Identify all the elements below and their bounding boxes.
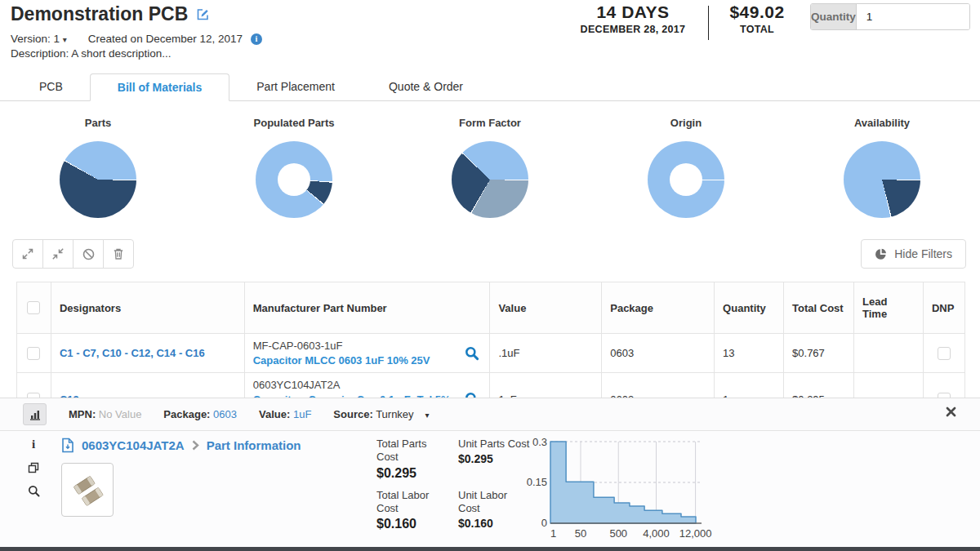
ship-date: DECEMBER 28, 2017 <box>564 24 702 35</box>
part-number-link[interactable]: 0603YC104JAT2A <box>82 438 185 452</box>
x-tick-label: 50 <box>575 527 586 540</box>
quantity-label: Quantity <box>811 4 857 29</box>
package-link[interactable]: 0603 <box>213 408 237 420</box>
pie-chart-icon <box>875 248 887 260</box>
cost-value: $0.295 <box>376 466 448 481</box>
info-icon[interactable]: i <box>251 33 262 45</box>
detail-package: Package: 0603 <box>163 408 237 420</box>
cost-label: Total Labor Cost <box>376 489 448 516</box>
col-package: Package <box>602 282 715 334</box>
donut-hole <box>670 163 702 196</box>
availability-pie-chart[interactable] <box>844 141 920 218</box>
header-divider <box>708 6 709 40</box>
mpn-text: MF-CAP-0603-1uF <box>253 339 457 353</box>
page-title: Demonstration PCB <box>11 3 188 25</box>
origin-donut-chart[interactable] <box>648 141 724 218</box>
quantity-widget: Quantity <box>810 3 970 30</box>
datasheet-file-icon[interactable] <box>61 438 74 453</box>
col-lead-time: Lead Time <box>854 282 924 334</box>
designators-link[interactable]: C1 - C7, C10 - C12, C14 - C16 <box>60 347 205 359</box>
y-tick-label: 0.3 <box>523 436 547 448</box>
quantity-cell: 13 <box>715 334 784 373</box>
chart-title-form-factor: Form Factor <box>392 117 588 129</box>
cost-value: $0.295 <box>458 452 530 465</box>
hide-filters-button[interactable]: Hide Filters <box>861 239 966 269</box>
description-text: Description: A short description... <box>11 47 262 60</box>
bottom-bar <box>0 547 980 551</box>
mpn-description-link[interactable]: Capacitor MLCC 0603 1uF 10% 25V <box>253 353 457 368</box>
value-cell: .1uF <box>490 334 602 373</box>
ban-icon <box>82 247 96 261</box>
parts-pie-chart[interactable] <box>60 141 136 218</box>
col-quantity: Quantity <box>715 282 784 334</box>
chevron-down-icon: ▾ <box>425 411 430 420</box>
total-label: TOTAL <box>716 24 798 35</box>
info-tab-icon[interactable]: i <box>32 438 35 451</box>
mpn-text: 0603YC104JAT2A <box>253 378 457 393</box>
price-break-chart: 0.3 0.15 0 1505004,00012,000 <box>523 436 723 544</box>
close-icon[interactable] <box>946 407 956 417</box>
price-break-xlabels: 1505004,00012,000 <box>550 527 702 540</box>
detail-side-icons: i <box>27 438 40 497</box>
version-dropdown[interactable]: Version: 1 ▾ <box>11 33 67 45</box>
cost-value: $0.160 <box>458 517 530 530</box>
y-tick-label: 0 <box>523 517 547 529</box>
x-tick-label: 1 <box>550 527 556 540</box>
chart-title-populated: Populated Parts <box>196 117 392 129</box>
created-date: Created on December 12, 2017 <box>88 33 243 45</box>
dnp-ban-button[interactable] <box>73 239 104 269</box>
x-tick-label: 4,000 <box>643 527 670 540</box>
y-tick-label: 0.15 <box>523 476 547 488</box>
cost-label: Unit Labor Cost <box>458 489 530 516</box>
part-information-link[interactable]: Part Information <box>207 438 301 452</box>
dnp-checkbox[interactable] <box>938 347 951 360</box>
tab-pcb[interactable]: PCB <box>12 73 90 100</box>
cost-value: $0.160 <box>376 517 448 531</box>
form-factor-pie-chart[interactable] <box>452 141 528 218</box>
cost-summary: Total Parts Cost $0.295 Unit Parts Cost … <box>376 438 530 531</box>
price-chart-toggle-button[interactable] <box>23 403 47 425</box>
bar-chart-icon <box>29 409 41 420</box>
filter-charts: Parts Populated Parts Form Factor Origin… <box>0 117 980 218</box>
edit-title-icon[interactable] <box>196 7 210 21</box>
total-cost-cell: $0.767 <box>784 334 854 373</box>
select-all-checkbox[interactable] <box>27 301 40 314</box>
lead-time-days: 14 DAYS <box>564 2 702 22</box>
bom-toolbar <box>12 239 134 269</box>
part-thumbnail[interactable] <box>61 463 114 517</box>
quantity-input[interactable] <box>857 4 970 29</box>
search-tab-icon[interactable] <box>28 485 40 497</box>
value-link[interactable]: 1uF <box>293 408 311 420</box>
col-mpn: Manufacturer Part Number <box>244 282 490 334</box>
select-row-checkbox[interactable] <box>27 347 40 360</box>
chevron-down-icon: ▾ <box>63 35 67 44</box>
cost-label: Unit Parts Cost <box>458 438 530 451</box>
collapse-icon <box>51 247 65 260</box>
detail-value: Value: 1uF <box>259 408 311 420</box>
table-header-row: Designators Manufacturer Part Number Val… <box>17 282 965 334</box>
populated-parts-donut-chart[interactable] <box>256 141 332 218</box>
detail-bar: MPN: No Value Package: 0603 Value: 1uF S… <box>0 398 980 431</box>
expand-all-button[interactable] <box>12 239 43 269</box>
total-price: $49.02 <box>716 2 798 22</box>
tab-quote-order[interactable]: Quote & Order <box>362 73 490 100</box>
col-value: Value <box>490 282 602 334</box>
table-row: C1 - C7, C10 - C12, C14 - C16 MF-CAP-060… <box>17 334 965 373</box>
copy-icon[interactable] <box>28 462 39 473</box>
price-break-svg <box>550 442 702 523</box>
collapse-all-button[interactable] <box>42 239 74 269</box>
chart-title-availability: Availability <box>784 117 980 129</box>
hide-filters-label: Hide Filters <box>894 247 952 260</box>
delete-button[interactable] <box>103 239 134 269</box>
tab-part-placement[interactable]: Part Placement <box>229 73 362 100</box>
source-dropdown[interactable]: Source: Turnkey▾ <box>333 408 429 420</box>
tab-bill-of-materials[interactable]: Bill of Materials <box>90 73 229 101</box>
col-total-cost: Total Cost <box>784 282 854 334</box>
chevron-right-icon <box>192 440 199 451</box>
app-window: Demonstration PCB Version: 1 ▾ Created o… <box>0 0 980 551</box>
search-icon[interactable] <box>465 346 479 361</box>
donut-hole <box>278 163 310 196</box>
capacitor-image <box>66 470 109 509</box>
package-cell: 0603 <box>602 334 715 373</box>
x-tick-label: 500 <box>609 527 627 540</box>
